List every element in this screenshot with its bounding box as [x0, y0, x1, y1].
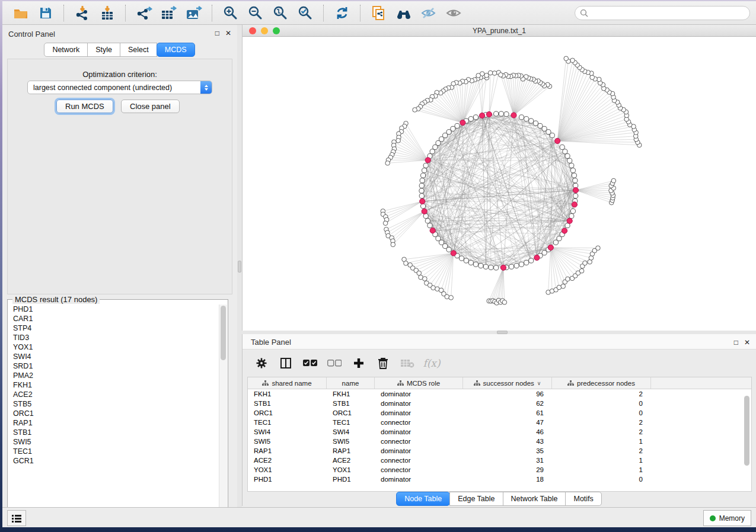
splitter-handle[interactable]: [238, 261, 241, 273]
mcds-result-item[interactable]: ACE2: [8, 390, 220, 399]
delete-rows-trash-icon[interactable]: [376, 356, 390, 370]
mcds-result-item[interactable]: SRD1: [8, 361, 220, 371]
table-row[interactable]: TEC1TEC1connector472: [248, 418, 751, 427]
table-options-gear-icon[interactable]: [254, 356, 269, 370]
mcds-result-item[interactable]: PMA2: [8, 371, 220, 380]
float-panel-icon[interactable]: □: [734, 338, 738, 347]
mcds-result-item[interactable]: SWI5: [8, 437, 220, 447]
first-neighbors-icon[interactable]: [395, 5, 413, 21]
mcds-result-item[interactable]: YOX1: [8, 342, 220, 352]
mcds-result-item[interactable]: SWI4: [8, 352, 220, 361]
select-all-icon[interactable]: [303, 356, 317, 370]
network-canvas[interactable]: [243, 37, 756, 331]
search-input[interactable]: [591, 8, 749, 18]
float-panel-icon[interactable]: □: [215, 29, 219, 37]
table-row[interactable]: FKH1FKH1dominator962: [248, 389, 751, 399]
search-icon: [580, 9, 588, 17]
tab-edge-table[interactable]: Edge Table: [449, 492, 503, 506]
column-header-name[interactable]: name: [327, 377, 375, 389]
add-row-icon[interactable]: [352, 356, 366, 370]
mcds-hub-node: [425, 158, 430, 163]
mcds-result-item[interactable]: RAP1: [8, 418, 220, 428]
tab-node-table[interactable]: Node Table: [396, 492, 450, 506]
node-table[interactable]: shared namenameMCDS rolesuccessor nodes∨…: [247, 377, 752, 492]
export-network-icon[interactable]: [135, 5, 153, 21]
import-table-icon[interactable]: [98, 5, 116, 21]
toolbar-separator: [63, 5, 65, 21]
column-header-predecessor-nodes[interactable]: predecessor nodes: [552, 377, 651, 389]
open-session-icon[interactable]: [12, 5, 30, 21]
mcds-result-item[interactable]: STB5: [8, 399, 220, 409]
mcds-result-item[interactable]: TEC1: [8, 447, 220, 456]
criterion-dropdown[interactable]: largest connected component (undirected): [27, 81, 212, 94]
table-row[interactable]: RAP1RAP1dominator352: [248, 446, 751, 456]
table-scrollbar[interactable]: [744, 390, 750, 489]
mcds-result-item[interactable]: GCR1: [8, 456, 220, 466]
memory-label: Memory: [719, 514, 745, 523]
toolbar-separator: [212, 5, 213, 21]
tab-select[interactable]: Select: [120, 43, 157, 57]
mcds-hub-node: [567, 218, 572, 223]
column-header-shared-name[interactable]: shared name: [248, 377, 327, 389]
hide-selected-icon[interactable]: [420, 5, 438, 21]
mcds-list-scrollbar[interactable]: [219, 305, 227, 518]
mcds-result-item[interactable]: CAR1: [8, 314, 220, 323]
tab-motifs[interactable]: Motifs: [565, 492, 601, 506]
refresh-view-icon[interactable]: [333, 5, 351, 21]
tab-mcds[interactable]: MCDS: [157, 43, 195, 57]
memory-button[interactable]: Memory: [703, 510, 751, 526]
tab-network[interactable]: Network: [44, 43, 88, 57]
toolbar-separator: [125, 5, 126, 21]
tab-network-table[interactable]: Network Table: [503, 492, 566, 506]
mcds-tab-content: Optimization criterion: largest connecte…: [7, 59, 232, 294]
show-hidden-icon[interactable]: [445, 5, 462, 21]
table-body[interactable]: FKH1FKH1dominator962STB1STB1dominator620…: [248, 389, 751, 484]
mcds-hub-node: [572, 202, 577, 207]
export-image-icon[interactable]: [185, 5, 203, 21]
table-panel: Table Panel □ ✕: [242, 334, 756, 506]
sort-chevron-icon: ∨: [537, 380, 541, 386]
mcds-result-item[interactable]: PHD1: [8, 305, 220, 314]
panel-menu-button[interactable]: [7, 510, 26, 526]
zoom-in-icon[interactable]: [222, 5, 240, 21]
search-field[interactable]: [575, 6, 750, 20]
table-row[interactable]: ORC1ORC1dominator610: [248, 408, 751, 418]
criterion-value: largest connected component (undirected): [28, 84, 200, 92]
table-row[interactable]: YOX1YOX1connector291: [248, 465, 751, 475]
zoom-selected-icon[interactable]: [296, 5, 314, 21]
run-mcds-button[interactable]: Run MCDS: [56, 100, 113, 113]
zoom-fit-icon[interactable]: [272, 5, 289, 21]
mcds-hub-node: [451, 251, 456, 256]
deselect-all-icon[interactable]: [327, 356, 342, 370]
mcds-hub-node: [500, 265, 506, 270]
mcds-result-item[interactable]: TID3: [8, 333, 220, 342]
close-panel-icon[interactable]: ✕: [225, 29, 231, 37]
table-row[interactable]: SWI5SWI5connector431: [248, 437, 751, 446]
table-row[interactable]: STB1STB1dominator620: [248, 399, 751, 408]
column-header-successor-nodes[interactable]: successor nodes∨: [463, 377, 552, 389]
mcds-hub-node: [534, 255, 540, 260]
table-row[interactable]: SWI4SWI4dominator462: [248, 427, 751, 437]
mcds-result-item[interactable]: ORC1: [8, 409, 220, 418]
memory-status-icon: [710, 515, 716, 521]
save-session-icon[interactable]: [37, 5, 55, 21]
mcds-result-list[interactable]: PHD1CAR1STP4TID3YOX1SWI4SRD1PMA2FKH1ACE2…: [8, 305, 220, 518]
table-row[interactable]: ACE2ACE2connector311: [248, 456, 751, 465]
network-window-titlebar[interactable]: YPA_prune.txt_1: [243, 25, 756, 37]
import-network-icon[interactable]: [74, 5, 91, 21]
column-header-MCDS-role[interactable]: MCDS role: [375, 377, 463, 389]
mcds-result-item[interactable]: STB1: [8, 428, 220, 437]
show-columns-icon[interactable]: [279, 356, 293, 370]
table-header-row[interactable]: shared namenameMCDS rolesuccessor nodes∨…: [248, 377, 751, 389]
mcds-result-item[interactable]: FKH1: [8, 380, 220, 390]
zoom-out-icon[interactable]: [247, 5, 264, 21]
vertical-splitter[interactable]: [237, 25, 242, 507]
table-row[interactable]: PHD1PHD1dominator180: [248, 475, 751, 484]
close-panel-icon[interactable]: ✕: [744, 338, 750, 347]
export-table-icon[interactable]: [160, 5, 178, 21]
close-panel-button[interactable]: Close panel: [121, 100, 180, 113]
clone-network-icon[interactable]: [370, 5, 388, 21]
mcds-result-item[interactable]: STP4: [8, 323, 220, 333]
tab-style[interactable]: Style: [87, 43, 120, 57]
status-bar: Memory: [2, 507, 756, 527]
